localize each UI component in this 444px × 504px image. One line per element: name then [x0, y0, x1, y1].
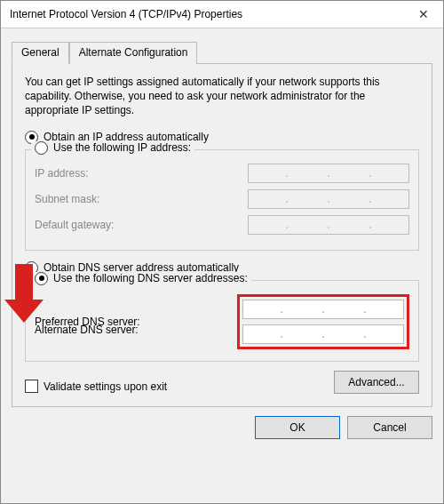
dns-manual-group: Use the following DNS server addresses: …	[25, 280, 419, 362]
advanced-button-label: Advanced...	[348, 376, 404, 388]
intro-text: You can get IP settings assigned automat…	[25, 75, 419, 118]
tab-general-label: General	[21, 46, 59, 59]
subnet-label: Subnet mask:	[35, 193, 99, 205]
window-title: Internet Protocol Version 4 (TCP/IPv4) P…	[10, 8, 242, 20]
ip-address-input: ...	[248, 164, 409, 183]
ip-address-label: IP address:	[35, 167, 88, 180]
dns-highlight-box: ... ...	[237, 294, 409, 349]
tab-alternate-configuration[interactable]: Alternate Configuration	[69, 42, 198, 64]
ip-manual-label: Use the following IP address:	[53, 141, 191, 154]
tab-alt-label: Alternate Configuration	[79, 46, 188, 59]
titlebar: Internet Protocol Version 4 (TCP/IPv4) P…	[1, 1, 443, 28]
alternate-dns-input[interactable]: ...	[242, 324, 404, 344]
gateway-row: Default gateway: ...	[35, 215, 409, 235]
dialog-buttons: OK Cancel	[1, 407, 443, 448]
preferred-dns-row: Preferred DNS server: ... ...	[35, 294, 409, 349]
gateway-label: Default gateway:	[35, 219, 114, 231]
validate-label: Validate settings upon exit	[44, 380, 167, 393]
dns-manual-radio-row[interactable]: Use the following DNS server addresses:	[31, 272, 251, 285]
cancel-button[interactable]: Cancel	[347, 416, 432, 439]
validate-checkbox-row[interactable]: Validate settings upon exit	[25, 380, 167, 393]
dns-manual-label: Use the following DNS server addresses:	[53, 272, 248, 284]
ok-button-label: OK	[289, 421, 305, 434]
close-icon: ✕	[418, 7, 429, 21]
general-panel: You can get IP settings assigned automat…	[12, 64, 432, 407]
ip-manual-group: Use the following IP address: IP address…	[25, 149, 419, 251]
tab-general[interactable]: General	[12, 42, 69, 64]
properties-dialog: Internet Protocol Version 4 (TCP/IPv4) P…	[0, 0, 444, 504]
ok-button[interactable]: OK	[255, 416, 340, 439]
subnet-input: ...	[248, 189, 409, 209]
alternate-dns-label: Alternate DNS server:	[35, 324, 139, 336]
subnet-row: Subnet mask: ...	[35, 189, 409, 209]
tab-container: General Alternate Configuration You can …	[12, 41, 432, 407]
preferred-dns-input[interactable]: ...	[242, 300, 404, 319]
radio-icon	[35, 272, 48, 285]
tab-row: General Alternate Configuration	[12, 41, 432, 64]
advanced-button[interactable]: Advanced...	[334, 371, 419, 394]
gateway-input: ...	[248, 215, 409, 235]
cancel-button-label: Cancel	[373, 421, 406, 434]
checkbox-icon	[25, 380, 38, 393]
radio-icon	[35, 141, 48, 155]
close-button[interactable]: ✕	[404, 1, 443, 28]
ip-address-row: IP address: ...	[35, 164, 409, 183]
ip-manual-radio-row[interactable]: Use the following IP address:	[31, 141, 194, 155]
